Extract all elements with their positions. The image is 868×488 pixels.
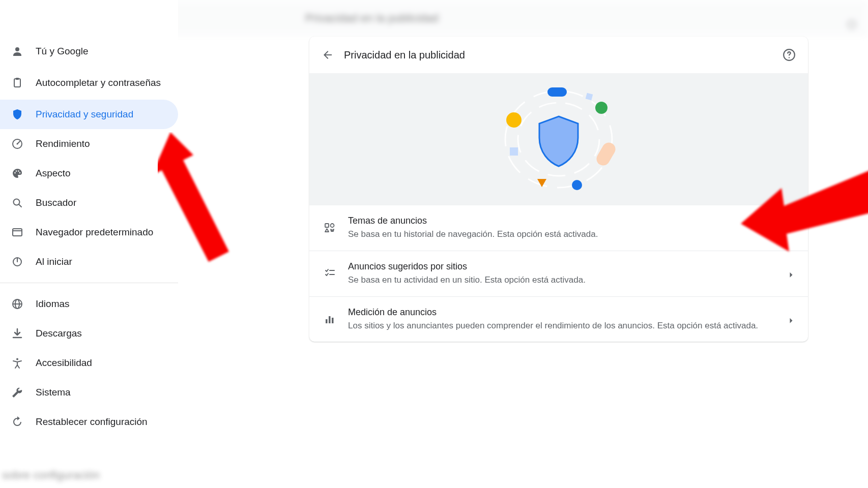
power-icon (11, 256, 23, 268)
svg-rect-3 (547, 87, 567, 97)
person-icon (11, 45, 23, 57)
settings-panel: Privacidad en la publicidad (309, 37, 808, 342)
sidebar-item-startup[interactable]: Al iniciar (0, 247, 178, 277)
setting-row[interactable]: Anuncios sugeridos por sitiosSe basa en … (309, 251, 808, 297)
sidebar-item-privacy[interactable]: Privacidad y seguridad (0, 100, 178, 129)
panel-header: Privacidad en la publicidad (309, 37, 808, 73)
svg-point-8 (506, 112, 522, 128)
sidebar-item-label: Rendimiento (36, 138, 90, 150)
svg-rect-7 (510, 147, 518, 156)
help-button[interactable] (783, 48, 796, 62)
setting-text: Anuncios sugeridos por sitiosSe basa en … (348, 261, 778, 286)
shield-icon (11, 108, 23, 120)
setting-row[interactable]: Medición de anunciosLos sitios y los anu… (309, 297, 808, 342)
svg-rect-5 (594, 140, 618, 168)
setting-text: Medición de anunciosLos sitios y los anu… (348, 307, 778, 332)
svg-rect-9 (586, 93, 593, 101)
sidebar-item-system[interactable]: Sistema (0, 378, 178, 407)
sidebar-item-you-google[interactable]: Tú y Google (0, 37, 178, 66)
setting-title: Medición de anuncios (348, 307, 778, 318)
sidebar-item-label: Descargas (36, 327, 82, 340)
wrench-icon (11, 386, 23, 399)
chevron-right-icon (789, 317, 794, 322)
search-icon (11, 197, 23, 209)
hero-illustration (309, 73, 808, 205)
restore-icon (11, 416, 23, 428)
sidebar-item-accessibility[interactable]: Accesibilidad (0, 348, 178, 378)
download-icon (11, 327, 23, 340)
sidebar-item-label: Restablecer configuración (36, 416, 148, 428)
setting-title: Anuncios sugeridos por sitios (348, 261, 778, 272)
sidebar-item-reset[interactable]: Restablecer configuración (0, 407, 178, 437)
sidebar-item-label: Tú y Google (36, 45, 89, 57)
palette-icon (11, 167, 23, 179)
sidebar-item-label: Autocompletar y contraseñas (36, 77, 161, 89)
sidebar-item-default-browser[interactable]: Navegador predeterminado (0, 218, 178, 247)
bottom-blurred-text: sobre configuración (2, 469, 100, 482)
sidebar-item-label: Privacidad y seguridad (36, 108, 133, 120)
barchart-icon (324, 313, 336, 325)
setting-subtitle: Se basa en tu actividad en un sitio. Est… (348, 274, 778, 286)
sidebar-item-label: Idiomas (36, 298, 70, 310)
main-content: Privacidad en la publicidad (178, 0, 868, 488)
back-button[interactable] (322, 49, 334, 61)
browser-icon (11, 226, 23, 238)
setting-title: Temas de anuncios (348, 216, 778, 226)
sidebar-item-languages[interactable]: Idiomas (0, 289, 178, 319)
sidebar-item-appearance[interactable]: Aspecto (0, 159, 178, 188)
sidebar-item-label: Al iniciar (36, 256, 72, 268)
svg-point-4 (595, 102, 607, 114)
accessibility-icon (11, 357, 23, 369)
globe-icon (11, 298, 23, 310)
sidebar-item-performance[interactable]: Rendimiento (0, 129, 178, 159)
chevron-right-icon (789, 225, 794, 230)
sidebar-item-downloads[interactable]: Descargas (0, 319, 178, 348)
sidebar: Tú y GoogleAutocompletar y contraseñasPr… (0, 0, 178, 488)
speed-icon (11, 138, 23, 150)
checklist-icon (324, 267, 336, 280)
sidebar-item-label: Accesibilidad (36, 357, 92, 369)
clipboard-icon (11, 77, 23, 89)
sidebar-item-autofill[interactable]: Autocompletar y contraseñas (0, 66, 178, 100)
topics-icon (324, 222, 336, 234)
setting-row[interactable]: Temas de anunciosSe basa en tu historial… (309, 205, 808, 251)
sidebar-item-label: Aspecto (36, 167, 71, 179)
sidebar-item-label: Navegador predeterminado (36, 226, 153, 238)
sidebar-item-label: Sistema (36, 386, 71, 399)
setting-subtitle: Se basa en tu historial de navegación. E… (348, 228, 778, 240)
sidebar-item-label: Buscador (36, 197, 76, 209)
chevron-right-icon (789, 271, 794, 276)
sidebar-item-search[interactable]: Buscador (0, 188, 178, 218)
svg-point-6 (572, 180, 582, 190)
sidebar-divider (0, 283, 178, 283)
setting-text: Temas de anunciosSe basa en tu historial… (348, 216, 778, 240)
setting-subtitle: Los sitios y los anunciantes pueden comp… (348, 320, 778, 332)
panel-title: Privacidad en la publicidad (344, 49, 783, 61)
